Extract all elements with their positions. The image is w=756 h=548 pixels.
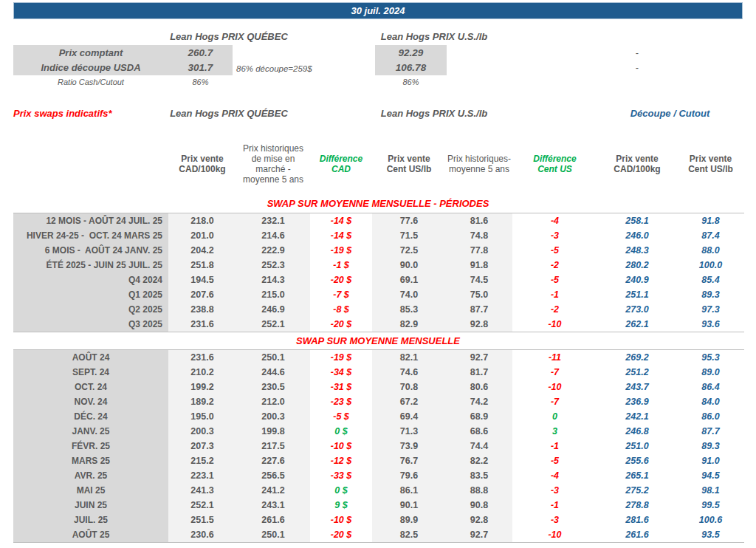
column-header-difference-cad: Différence CAD <box>310 134 372 193</box>
value-cell: 97.3 <box>677 302 744 317</box>
value-cell: -1 <box>512 287 597 302</box>
value-cell: 210.2 <box>168 365 236 380</box>
row-label: HIVER 24-25 - OCT. 24 MARS 25 <box>13 228 168 243</box>
value-cell: 238.8 <box>168 302 236 317</box>
row-label: Q2 2025 <box>13 302 168 317</box>
value-cell: -2 <box>512 302 597 317</box>
row-label: OCT. 24 <box>13 380 168 394</box>
value-cell: -19 $ <box>310 243 372 258</box>
value-cell: 77.8 <box>446 243 512 258</box>
row-label: Q1 2025 <box>13 287 168 302</box>
row-label: SEPT. 24 <box>13 365 168 380</box>
swaps-title: Prix swaps indicatifs* <box>13 108 112 119</box>
value-cell: 194.5 <box>168 273 236 287</box>
value-cell: 87.7 <box>446 302 512 317</box>
value-cell: -20 $ <box>310 527 372 542</box>
value-cell: -7 $ <box>310 287 372 302</box>
value-cell: 200.3 <box>168 424 236 439</box>
value-cell: 79.6 <box>372 468 446 483</box>
date-titlebar: 30 juil. 2024 <box>13 2 743 19</box>
spot-ratio-label: Ratio Cash/Cutout <box>13 78 168 86</box>
value-cell: 85.4 <box>677 273 744 287</box>
value-cell: -7 <box>512 365 597 380</box>
value-cell: 91.0 <box>677 453 744 468</box>
value-cell: 88.8 <box>446 483 512 498</box>
value-cell: -14 $ <box>310 213 372 228</box>
value-cell: 252.1 <box>236 317 310 332</box>
swaps-us-header: Lean Hogs PRIX U.S./lb <box>360 108 508 119</box>
value-cell: 215.0 <box>236 287 310 302</box>
value-cell: 84.0 <box>677 394 744 409</box>
value-cell: 90.8 <box>446 498 512 513</box>
value-cell: -3 <box>512 228 597 243</box>
value-cell: 231.6 <box>168 317 236 332</box>
value-cell: 75.0 <box>446 287 512 302</box>
value-cell: 0 <box>512 409 597 424</box>
value-cell: 89.9 <box>372 513 446 527</box>
value-cell: 91.8 <box>446 258 512 273</box>
value-cell: 74.6 <box>372 365 446 380</box>
column-header-difference-us: Différence Cent US <box>512 134 597 193</box>
value-cell: 86.0 <box>677 409 744 424</box>
value-cell: 242.1 <box>597 409 677 424</box>
row-label: AVR. 25 <box>13 468 168 483</box>
section-title-mensuelle: SWAP SUR MOYENNE MENSUELLE <box>13 332 743 349</box>
spot-ratio-us-value: 86% <box>375 78 447 86</box>
value-cell: 70.8 <box>372 380 446 394</box>
value-cell: -34 $ <box>310 365 372 380</box>
column-header-cutout-us: Prix vente Cent US/lb <box>677 134 744 193</box>
column-header-prix-vente-us: Prix vente Cent US/lb <box>372 134 446 193</box>
value-cell: 262.1 <box>597 317 677 332</box>
row-label: JUIL. 25 <box>13 513 168 527</box>
value-cell: 236.9 <box>597 394 677 409</box>
value-cell: 227.6 <box>236 453 310 468</box>
value-cell: -23 $ <box>310 394 372 409</box>
value-cell: -10 <box>512 380 597 394</box>
value-cell: 261.6 <box>597 527 677 542</box>
value-cell: -12 $ <box>310 453 372 468</box>
row-label: Q3 2025 <box>13 317 168 332</box>
value-cell: 275.2 <box>597 483 677 498</box>
value-cell: 255.6 <box>597 453 677 468</box>
value-cell: 252.3 <box>236 258 310 273</box>
value-cell: 246.8 <box>597 424 677 439</box>
column-header-historique-cad: Prix historiques de mise en marché - moy… <box>236 134 310 193</box>
value-cell: 86.1 <box>372 483 446 498</box>
value-cell: 91.8 <box>677 213 744 228</box>
value-cell: -1 $ <box>310 258 372 273</box>
row-label: MARS 25 <box>13 453 168 468</box>
value-cell: 0 $ <box>310 424 372 439</box>
value-cell: 74.2 <box>446 394 512 409</box>
value-cell: 218.0 <box>168 213 236 228</box>
row-label: Q4 2024 <box>13 273 168 287</box>
value-cell: 261.6 <box>236 513 310 527</box>
value-cell: 265.1 <box>597 468 677 483</box>
value-cell: -5 <box>512 243 597 258</box>
column-header-prix-vente-cad: Prix vente CAD/100kg <box>168 134 236 193</box>
spot-qc-header: Lean Hogs PRIX QUÉBEC <box>155 31 303 42</box>
value-cell: -5 $ <box>310 409 372 424</box>
value-cell: 273.0 <box>597 302 677 317</box>
row-label: DÉC. 24 <box>13 409 168 424</box>
value-cell: 230.6 <box>168 527 236 542</box>
value-cell: 250.1 <box>236 527 310 542</box>
value-cell: 92.8 <box>446 317 512 332</box>
value-cell: 72.5 <box>372 243 446 258</box>
value-cell: 201.0 <box>168 228 236 243</box>
value-cell: 73.9 <box>372 439 446 453</box>
spot-indice-label: Indice découpe USDA <box>13 62 168 73</box>
spot-us-header: Lean Hogs PRIX U.S./lb <box>360 31 508 42</box>
value-cell: 68.9 <box>446 409 512 424</box>
row-label: 6 MOIS - AOÛT 24 JANV. 25 <box>13 243 168 258</box>
value-cell: 90.1 <box>372 498 446 513</box>
value-cell: 269.2 <box>597 350 677 365</box>
value-cell: -4 <box>512 213 597 228</box>
value-cell: 199.8 <box>236 424 310 439</box>
value-cell: 74.4 <box>446 439 512 453</box>
value-cell: 98.1 <box>677 483 744 498</box>
value-cell: 251.0 <box>597 439 677 453</box>
value-cell: 200.3 <box>236 409 310 424</box>
value-cell: 82.1 <box>372 350 446 365</box>
row-label: 12 MOIS - AOÛT 24 JUIL. 25 <box>13 213 168 228</box>
value-cell: -7 <box>512 394 597 409</box>
